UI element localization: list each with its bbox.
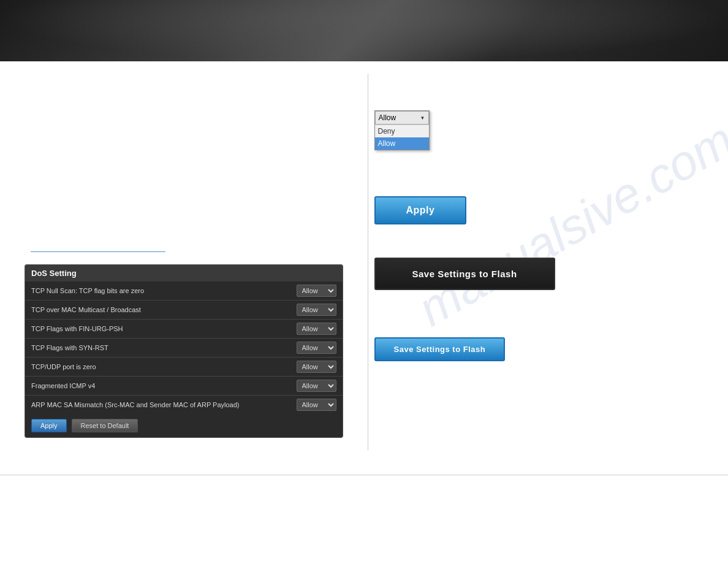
save-flash-dark-button[interactable]: Save Settings to Flash <box>374 258 555 290</box>
dos-row-label: Fragmented ICMP v4 <box>25 377 263 396</box>
table-row: ARP MAC SA Mismatch (Src-MAC and Sender … <box>25 396 343 415</box>
table-row: Fragmented ICMP v4AllowDeny <box>25 377 343 396</box>
dos-table: TCP Null Scan: TCP flag bits are zeroAll… <box>25 282 343 414</box>
footer-divider <box>0 475 728 475</box>
apply-button[interactable]: Apply <box>374 196 467 224</box>
dropdown-arrow-icon: ▼ <box>420 115 425 121</box>
dos-setting-panel: DoS Setting TCP Null Scan: TCP flag bits… <box>25 264 343 438</box>
dos-row-label: TCP Flags with FIN-URG-PSH <box>25 320 263 339</box>
dos-row-select[interactable]: AllowDeny <box>297 304 336 316</box>
dos-row-select-cell: AllowDeny <box>263 358 342 377</box>
dos-row-select[interactable]: AllowDeny <box>297 361 336 373</box>
dos-row-label: TCP/UDP port is zero <box>25 358 263 377</box>
dos-row-select[interactable]: AllowDeny <box>297 380 336 392</box>
dos-row-select-cell: AllowDeny <box>263 301 342 320</box>
dos-row-select-cell: AllowDeny <box>263 396 342 415</box>
dos-row-label: ARP MAC SA Mismatch (Src-MAC and Sender … <box>25 396 263 415</box>
action-dropdown[interactable]: Allow ▼ Deny Allow <box>374 110 430 150</box>
table-row: TCP Flags with FIN-URG-PSHAllowDeny <box>25 320 343 339</box>
table-row: TCP over MAC Multicast / BroadcastAllowD… <box>25 301 343 320</box>
dos-row-select-cell: AllowDeny <box>263 320 342 339</box>
save-flash-blue-button[interactable]: Save Settings to Flash <box>374 337 506 361</box>
dos-row-label: TCP Null Scan: TCP flag bits are zero <box>25 282 263 301</box>
table-row: TCP Null Scan: TCP flag bits are zeroAll… <box>25 282 343 301</box>
left-panel: DoS Setting TCP Null Scan: TCP flag bits… <box>0 74 368 450</box>
dos-table-header: DoS Setting <box>25 265 343 282</box>
dos-row-label: TCP Flags with SYN-RST <box>25 339 263 358</box>
dos-apply-button[interactable]: Apply <box>31 419 67 432</box>
dos-row-select-cell: AllowDeny <box>263 282 342 301</box>
page-header <box>0 0 728 61</box>
right-panel: manualsive.com Allow ▼ Deny Allow Apply … <box>368 74 729 450</box>
watermark: manualsive.com <box>408 112 728 338</box>
dos-row-label: TCP over MAC Multicast / Broadcast <box>25 301 263 320</box>
section-divider <box>31 251 165 252</box>
dropdown-selected-option[interactable]: Allow ▼ <box>375 111 429 124</box>
table-row: TCP Flags with SYN-RSTAllowDeny <box>25 339 343 358</box>
dropdown-option-allow[interactable]: Allow <box>375 137 429 150</box>
dos-row-select-cell: AllowDeny <box>263 339 342 358</box>
dos-row-select-cell: AllowDeny <box>263 377 342 396</box>
dropdown-option-deny[interactable]: Deny <box>375 124 429 137</box>
dos-row-select[interactable]: AllowDeny <box>297 323 336 335</box>
dos-row-select[interactable]: AllowDeny <box>297 399 336 411</box>
dos-reset-button[interactable]: Reset to Default <box>72 419 138 432</box>
dos-row-select[interactable]: AllowDeny <box>297 342 336 354</box>
main-content: DoS Setting TCP Null Scan: TCP flag bits… <box>0 61 728 462</box>
dos-table-footer: Apply Reset to Default <box>25 414 343 437</box>
dropdown-selected-label: Allow <box>379 113 396 122</box>
dos-row-select[interactable]: AllowDeny <box>297 285 336 297</box>
table-row: TCP/UDP port is zeroAllowDeny <box>25 358 343 377</box>
